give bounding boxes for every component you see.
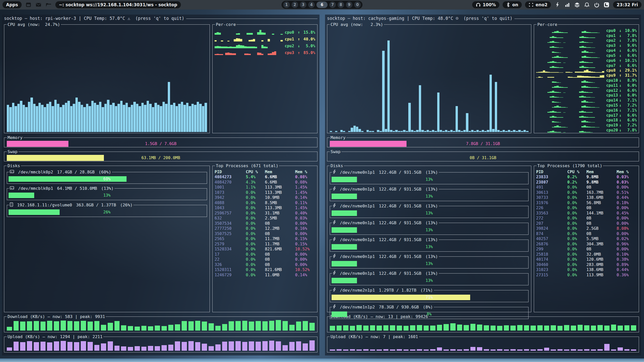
disks-panel: Disks /dev/nvme0n1p1122.4GB / 931.5GB(13… — [327, 163, 531, 312]
workspace-button-7[interactable]: 7 — [329, 2, 336, 8]
chart-bar — [62, 105, 64, 132]
cpu-avg-chart — [6, 27, 208, 132]
chart-bar — [115, 106, 117, 132]
disk-item: /dev/nvme0n1p1122.4GB / 931.5GB(13%)13% — [330, 187, 529, 201]
terminal-window-rpi-worker-3[interactable]: socktop — host: rpi-worker-3 | CPU Temp:… — [2, 15, 319, 355]
power-icon[interactable] — [593, 2, 600, 8]
chart-bar — [199, 104, 202, 132]
chart-bar — [7, 327, 12, 331]
chart-bar — [353, 126, 356, 132]
chart-bar — [188, 321, 194, 331]
chart-bar — [262, 341, 268, 351]
process-cell-mem: 113.9MB — [586, 273, 617, 277]
workspace-switcher: 123467890 — [281, 1, 363, 9]
process-row: 2070.0%0B0.00% — [536, 221, 637, 226]
layout-logo-icon[interactable] — [603, 2, 610, 8]
process-row: 40842735.4%6.6MB0.08% — [215, 174, 315, 180]
chart-bar — [564, 325, 569, 331]
core-row-cpu16: cpu16↓7.1% — [536, 108, 637, 113]
process-cell-memp: 0.00% — [617, 231, 637, 236]
workspace-button-0[interactable]: 0 — [354, 2, 361, 8]
core-row-cpu7: cpu7↓6.6% — [536, 63, 637, 68]
disk-device-name: /dev/nvme0n1p1 — [340, 237, 375, 242]
process-row: 398240.0%2.5GB8.08% — [536, 226, 637, 231]
spark-bar — [263, 47, 265, 48]
disk-item-header: /dev/mmcblk0p164.1MB / 510.0MB(13%) — [9, 186, 114, 191]
chart-bar — [624, 325, 630, 331]
process-cell-memp: 0.08% — [295, 180, 315, 185]
download-legend: Download (KB/s) — now: 583 | peak: 9931 — [7, 314, 106, 319]
chart-bar — [74, 321, 79, 331]
chart-bar — [584, 349, 589, 351]
chart-bar — [430, 349, 435, 351]
process-cell-cpu: 0.0% — [246, 195, 265, 200]
chart-bar — [453, 131, 455, 132]
core-label: cpu1↑40.0% — [285, 37, 315, 41]
chart-bar — [195, 342, 200, 351]
core-usage-value: 85.0% — [301, 51, 315, 55]
core-row-cpu0: cpu0↑15.8% — [215, 28, 315, 35]
spark-bar — [581, 131, 584, 132]
memory-panel: Memory 7.8GB / 31.1GB — [327, 135, 639, 147]
chart-bar — [503, 130, 505, 132]
volume-button[interactable]: 100% — [472, 1, 500, 8]
process-column-header: Mem — [586, 169, 617, 174]
terminal-window-cachyos-gaming[interactable]: socktop — host: cachyos-gaming | CPU Tem… — [325, 15, 641, 355]
bluetooth-button[interactable]: on — [503, 1, 522, 8]
bell-icon[interactable] — [584, 2, 590, 8]
network-button[interactable]: eno2 — [525, 1, 551, 8]
workspace-button-6[interactable]: 6 — [316, 2, 328, 8]
chart-bar — [61, 321, 66, 331]
process-cell-cpu: 0.0% — [567, 242, 586, 246]
window-icon[interactable] — [25, 2, 32, 8]
terminal-title-button[interactable]: ~: socktop ws://192.168.1.104:3031/ws - … — [55, 1, 181, 8]
core-sparkline — [536, 118, 604, 123]
chart-bar — [108, 323, 113, 331]
process-cell-cpu: 0.2% — [567, 180, 586, 185]
folder-icon[interactable] — [45, 2, 52, 8]
chart-bar — [571, 326, 576, 331]
spark-bar — [274, 51, 276, 55]
apps-button[interactable]: Apps — [3, 1, 22, 8]
core-usage-value: 7.2% — [623, 103, 637, 108]
core-sparkline — [536, 38, 604, 43]
core-name: cpu10 — [606, 78, 618, 83]
process-row: 319760.0%56.8MB0.18% — [536, 200, 637, 205]
chart-bar — [148, 326, 153, 331]
clock-button[interactable]: 23:32 Fri — [613, 1, 641, 8]
workspace-button-1[interactable]: 1 — [283, 2, 290, 8]
spark-bar — [552, 41, 554, 43]
core-label: cpu2↓7.8% — [606, 38, 637, 43]
disk-usage-text: 122.4GB / 931.5GB — [379, 271, 421, 276]
process-row: 310230.0%138.6MB0.44% — [536, 267, 637, 273]
workspace-button-9[interactable]: 9 — [346, 2, 352, 8]
spark-bar — [227, 53, 229, 55]
chart-bar — [416, 130, 418, 132]
workspace-button-2[interactable]: 2 — [292, 2, 298, 8]
core-sparkline — [215, 35, 283, 41]
process-row: 238330.2%9.8MB0.03% — [536, 174, 637, 180]
process-cell-mem: 6.6MB — [265, 174, 295, 179]
process-cell-pid: 4084270 — [215, 180, 246, 185]
workspace-button-3[interactable]: 3 — [300, 2, 306, 8]
bluetooth-label: on — [512, 2, 518, 7]
signal-bars-icon[interactable] — [564, 2, 571, 8]
workspace-button-4[interactable]: 4 — [308, 2, 315, 8]
chart-bar — [149, 104, 151, 132]
bolt-icon[interactable] — [554, 2, 561, 8]
workspace-button-8[interactable]: 8 — [338, 2, 344, 8]
chart-bar — [356, 325, 362, 331]
chart-bar — [229, 321, 234, 331]
chart-bar — [487, 130, 489, 132]
spark-bar — [584, 31, 586, 33]
spark-bar — [215, 33, 217, 35]
mail-icon[interactable] — [35, 2, 42, 8]
chart-bar — [597, 349, 603, 351]
core-trend-arrow: ↓ — [618, 63, 623, 68]
disk-list: /dev/nvme0n1p1122.4GB / 931.5GB(13%)13%/… — [329, 169, 529, 320]
memory-bar: 1.5GB / 7.6GB — [7, 141, 315, 147]
process-cell-mem: 6.6MB — [265, 180, 295, 185]
chart-bar — [571, 349, 576, 351]
layers-icon[interactable] — [574, 2, 580, 8]
chart-bar — [537, 349, 543, 351]
